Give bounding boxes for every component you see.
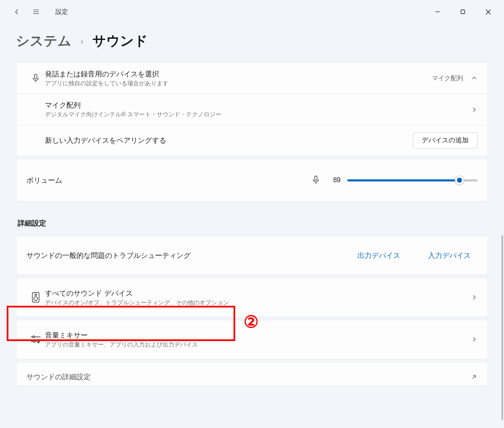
- add-device-button[interactable]: デバイスの追加: [413, 132, 478, 149]
- chevron-right-icon: [471, 336, 478, 343]
- chevron-right-icon: [471, 294, 478, 301]
- open-external-icon: [470, 373, 478, 381]
- svg-point-12: [35, 294, 37, 296]
- input-device-selected: マイク配列: [432, 74, 463, 82]
- input-device-title: 発話または録音用のデバイスを選択: [45, 69, 432, 79]
- svg-point-13: [34, 297, 38, 301]
- input-device-subtitle: アプリに独自の設定をしている場合があります: [45, 80, 432, 87]
- microphone-icon: [26, 74, 45, 83]
- all-devices-title: すべてのサウンド デバイス: [45, 289, 471, 298]
- pair-device-label: 新しい入力デバイスをペアリングする: [45, 136, 413, 145]
- mic-array-title: マイク配列: [45, 100, 471, 110]
- input-device-header-row[interactable]: 発話または録音用のデバイスを選択 アプリに独自の設定をしている場合があります マ…: [16, 63, 488, 94]
- volume-label: ボリューム: [26, 176, 311, 185]
- all-devices-subtitle: デバイスのオン/オフ、トラブルシューティング、その他のオプション: [45, 299, 471, 307]
- pair-device-row: 新しい入力デバイスをペアリングする デバイスの追加: [16, 125, 488, 156]
- svg-rect-7: [34, 74, 37, 79]
- input-devices-button[interactable]: 入力デバイス: [424, 249, 475, 262]
- svg-point-17: [34, 341, 35, 342]
- svg-rect-9: [315, 176, 317, 180]
- back-button[interactable]: [9, 4, 24, 19]
- svg-rect-4: [461, 10, 465, 14]
- more-settings-title: サウンドの詳細設定: [26, 372, 470, 382]
- more-sound-settings-card[interactable]: サウンドの詳細設定: [16, 362, 488, 386]
- troubleshoot-row: サウンドの一般的な問題のトラブルシューティング 出力デバイス 入力デバイス: [16, 236, 488, 275]
- speaker-icon: [26, 292, 45, 303]
- scrollbar[interactable]: [501, 235, 503, 420]
- volume-card: ボリューム 89: [16, 159, 488, 202]
- svg-point-15: [33, 336, 34, 338]
- mixer-icon: [26, 334, 45, 344]
- advanced-settings-heading: 詳細設定: [16, 204, 488, 236]
- mixer-card[interactable]: 音量ミキサー アプリの音量ミキサー、アプリの入力および出力デバイス: [16, 320, 488, 359]
- breadcrumb: システム サウンド: [0, 24, 504, 62]
- app-title: 設定: [55, 8, 68, 16]
- volume-row: ボリューム 89: [16, 159, 488, 201]
- troubleshoot-label: サウンドの一般的な問題のトラブルシューティング: [26, 251, 353, 260]
- chevron-up-icon: [471, 75, 478, 81]
- titlebar: 設定: [0, 0, 504, 24]
- all-sound-devices-card[interactable]: すべてのサウンド デバイス デバイスのオン/オフ、トラブルシューティング、その他…: [16, 278, 488, 317]
- close-button[interactable]: [475, 3, 501, 21]
- breadcrumb-current: サウンド: [92, 32, 148, 50]
- minimize-button[interactable]: [425, 3, 450, 21]
- input-device-card: 発話または録音用のデバイスを選択 アプリに独自の設定をしている場合があります マ…: [16, 62, 488, 156]
- chevron-right-icon: [471, 106, 478, 113]
- mixer-subtitle: アプリの音量ミキサー、アプリの入力および出力デバイス: [45, 341, 471, 349]
- hamburger-menu-button[interactable]: [29, 4, 44, 19]
- output-devices-button[interactable]: 出力デバイス: [353, 249, 404, 262]
- troubleshoot-card: サウンドの一般的な問題のトラブルシューティング 出力デバイス 入力デバイス: [16, 236, 488, 275]
- volume-value: 89: [327, 176, 341, 184]
- maximize-button[interactable]: [450, 3, 475, 21]
- mic-array-subtitle: デジタルマイク向けインテル® スマート・サウンド・テクノロジー: [45, 111, 471, 118]
- mixer-title: 音量ミキサー: [45, 331, 471, 340]
- chevron-right-icon: [79, 37, 85, 47]
- mic-array-row[interactable]: マイク配列 デジタルマイク向けインテル® スマート・サウンド・テクノロジー: [16, 94, 488, 125]
- microphone-icon[interactable]: [311, 175, 320, 186]
- volume-slider[interactable]: [347, 175, 478, 185]
- breadcrumb-parent[interactable]: システム: [16, 32, 71, 50]
